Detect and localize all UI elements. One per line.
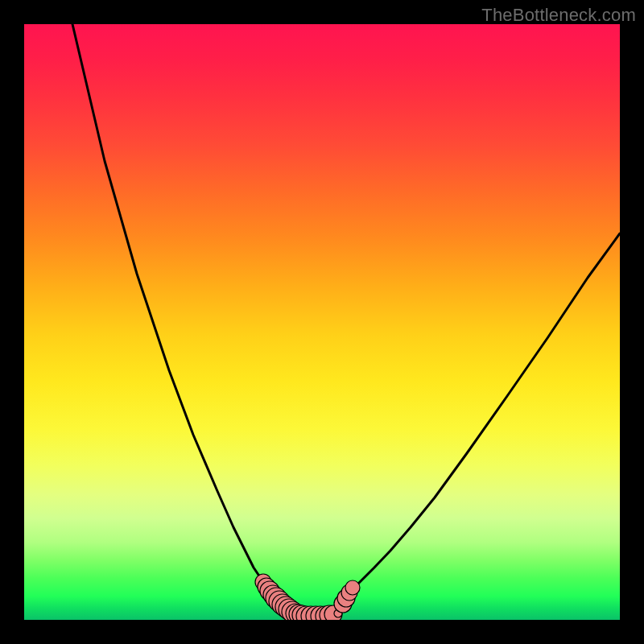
chart-svg xyxy=(24,24,620,620)
plot-area xyxy=(24,24,620,620)
watermark-text: TheBottleneck.com xyxy=(481,5,636,26)
bottleneck-curve xyxy=(72,24,620,616)
outer-frame: TheBottleneck.com xyxy=(0,0,644,644)
data-marker xyxy=(345,580,360,595)
